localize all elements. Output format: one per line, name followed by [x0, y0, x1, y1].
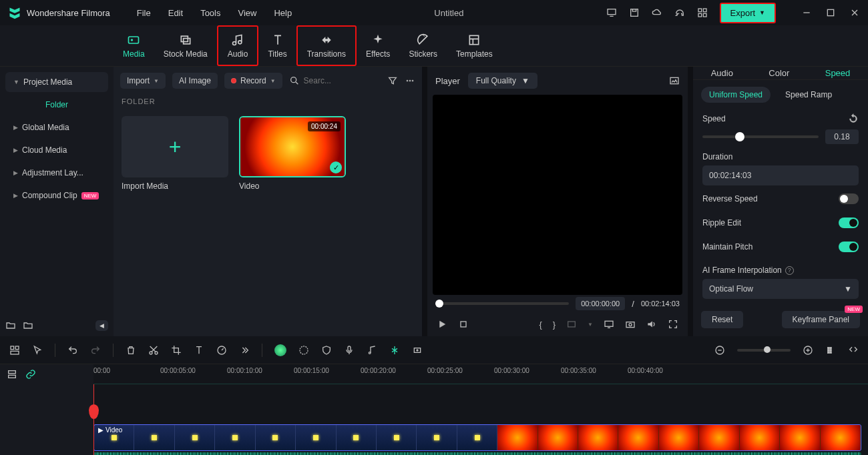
ai-portrait-icon[interactable] [274, 344, 286, 356]
monitor-icon[interactable] [606, 7, 617, 18]
zoom-out-icon[interactable] [714, 345, 725, 356]
camera-icon[interactable] [625, 319, 636, 330]
prop-tab-speed[interactable]: Speed [825, 68, 851, 78]
help-icon[interactable]: ? [785, 266, 794, 275]
tab-titles[interactable]: Titles [258, 25, 296, 66]
undo-icon[interactable] [67, 345, 78, 356]
sidebar-adjustment-layer[interactable]: ▶Adjustment Lay... [5, 163, 108, 183]
sidebar-global-media[interactable]: ▶Global Media [5, 117, 108, 137]
menu-tools[interactable]: Tools [200, 8, 220, 18]
collapse-sidebar-button[interactable]: ◀ [95, 320, 108, 331]
reverse-toggle[interactable] [839, 193, 859, 204]
prop-tab-audio[interactable]: Audio [711, 68, 733, 78]
quality-select[interactable]: Full Quality▼ [468, 73, 537, 89]
sidebar-compound-clip[interactable]: ▶Compound ClipNEW [5, 185, 108, 205]
cloud-icon[interactable] [652, 7, 662, 18]
audio-clip[interactable] [93, 452, 861, 455]
tab-stickers[interactable]: Stickers [399, 25, 447, 66]
headphone-icon[interactable] [674, 7, 685, 18]
ai-method-select[interactable]: Optical Flow▼ [702, 279, 859, 299]
volume-icon[interactable] [646, 319, 657, 330]
folder-icon[interactable] [23, 320, 33, 331]
timeline-tracks[interactable]: 00:00 00:00:05:00 00:00:10:00 00:00:15:0… [93, 364, 868, 455]
cut-icon[interactable] [148, 345, 159, 356]
ripple-toggle[interactable] [839, 217, 859, 228]
video-clip-tile[interactable]: 00:00:24✓ Video [239, 116, 346, 191]
snapshot-icon[interactable] [669, 75, 680, 86]
timeline-ruler[interactable]: 00:00 00:00:05:00 00:00:10:00 00:00:15:0… [93, 364, 868, 384]
speed-value[interactable]: 0.18 [825, 129, 859, 144]
redo-icon[interactable] [90, 345, 101, 356]
sidebar-cloud-media[interactable]: ▶Cloud Media [5, 140, 108, 160]
sidebar-folder[interactable]: Folder [5, 95, 108, 115]
crop-icon[interactable] [171, 345, 182, 356]
video-clip[interactable]: ▶Video [93, 424, 861, 451]
preview-canvas[interactable] [433, 95, 682, 295]
chevron-right-icon: ▶ [13, 124, 18, 131]
speed-slider[interactable] [702, 135, 819, 138]
ratio-icon[interactable] [566, 319, 577, 330]
fit-icon[interactable] [848, 345, 859, 356]
playhead[interactable] [93, 384, 94, 455]
export-button[interactable]: Export ▼ [720, 3, 777, 23]
import-media-tile[interactable]: + Import Media [122, 116, 228, 191]
delete-icon[interactable] [126, 345, 136, 356]
grid-icon[interactable] [697, 7, 708, 18]
play-icon[interactable] [437, 319, 447, 330]
zoom-in-icon[interactable] [803, 345, 813, 356]
stop-icon[interactable] [458, 319, 469, 330]
prop-tab-color[interactable]: Color [769, 68, 789, 78]
menu-edit[interactable]: Edit [168, 8, 183, 18]
link-icon[interactable] [25, 369, 36, 380]
subtab-speed-ramp[interactable]: Speed Ramp [777, 87, 840, 103]
text-icon[interactable] [194, 345, 204, 356]
display-icon[interactable] [604, 319, 614, 330]
menu-view[interactable]: View [238, 8, 256, 18]
audio-sync-icon[interactable] [367, 345, 377, 356]
speed-icon[interactable] [216, 345, 227, 356]
menu-file[interactable]: File [137, 8, 151, 18]
more-icon[interactable] [405, 75, 415, 86]
chevron-down-icon[interactable]: ▼ [588, 322, 593, 328]
record-button[interactable]: Record▼ [224, 73, 282, 89]
tab-media[interactable]: Media [114, 25, 154, 66]
menu-help[interactable]: Help [274, 8, 292, 18]
pointer-icon[interactable] [32, 345, 43, 356]
tab-audio[interactable]: Audio [217, 25, 259, 66]
tab-stock-media[interactable]: Stock Media [154, 25, 217, 66]
reset-icon[interactable] [848, 113, 859, 124]
ai-image-button[interactable]: AI Image [172, 73, 218, 89]
snap-icon[interactable] [389, 345, 400, 356]
close-icon[interactable] [849, 7, 860, 18]
overflow-icon[interactable] [239, 345, 250, 356]
mark-out-icon[interactable]: } [553, 320, 556, 330]
marker-icon[interactable] [412, 345, 423, 356]
tab-effects[interactable]: Effects [357, 25, 399, 66]
duration-input[interactable] [702, 165, 859, 185]
zoom-slider[interactable] [737, 349, 791, 352]
color-wheel-icon[interactable] [298, 345, 309, 356]
search-input[interactable] [304, 76, 357, 85]
import-button[interactable]: Import▼ [120, 73, 166, 89]
pitch-toggle[interactable] [839, 242, 859, 252]
layout-icon[interactable] [9, 345, 20, 356]
track-layout-icon[interactable] [7, 369, 17, 380]
save-icon[interactable] [629, 7, 640, 18]
new-folder-icon[interactable] [5, 320, 16, 331]
sidebar-project-media[interactable]: ▼Project Media [5, 72, 108, 92]
mic-icon[interactable] [344, 345, 355, 356]
fullscreen-icon[interactable] [668, 319, 678, 330]
keyframe-panel-button[interactable]: Keyframe Panel [782, 311, 860, 328]
tab-transitions[interactable]: Transitions [296, 25, 357, 66]
filter-icon[interactable] [387, 75, 398, 86]
scrub-slider[interactable] [435, 302, 569, 305]
shield-icon[interactable] [321, 345, 332, 356]
tab-templates[interactable]: Templates [447, 25, 502, 66]
check-icon: ✓ [330, 161, 342, 173]
minimize-icon[interactable] [801, 7, 812, 18]
track-height-icon[interactable] [825, 345, 836, 356]
mark-in-icon[interactable]: { [539, 320, 541, 330]
maximize-icon[interactable] [825, 7, 836, 18]
reset-button[interactable]: Reset [701, 311, 743, 328]
subtab-uniform-speed[interactable]: Uniform Speed [701, 87, 771, 103]
